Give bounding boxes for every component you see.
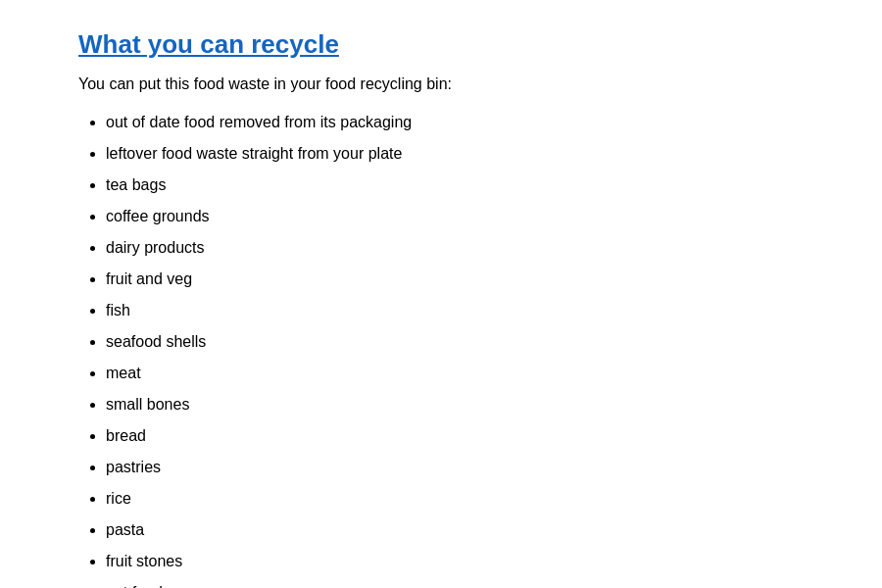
list-item: small bones: [106, 393, 804, 416]
list-item: bread: [106, 424, 804, 448]
list-item: fish: [106, 299, 804, 322]
list-item: seafood shells: [106, 330, 804, 354]
list-item: meat: [106, 362, 804, 385]
list-item: pastries: [106, 456, 804, 479]
list-item: fruit and veg: [106, 268, 804, 291]
list-item: pasta: [106, 518, 804, 542]
list-item: rice: [106, 487, 804, 511]
list-item: tea bags: [106, 173, 804, 197]
list-item: leftover food waste straight from your p…: [106, 142, 804, 166]
list-item: dairy products: [106, 236, 804, 260]
recycle-list: out of date food removed from its packag…: [78, 111, 804, 588]
list-item: fruit stones: [106, 550, 804, 573]
intro-text: You can put this food waste in your food…: [78, 75, 804, 93]
list-item: pet food: [106, 581, 804, 588]
list-item: coffee grounds: [106, 205, 804, 228]
list-item: out of date food removed from its packag…: [106, 111, 804, 134]
page-title: What you can recycle: [78, 29, 804, 60]
